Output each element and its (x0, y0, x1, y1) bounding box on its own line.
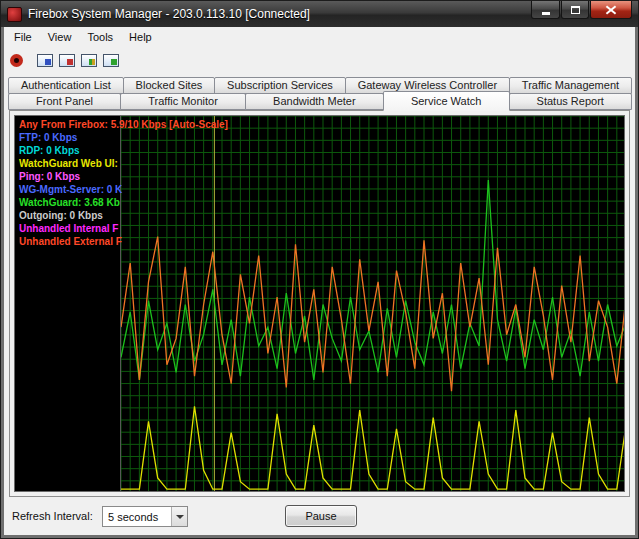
firebox-connect-button[interactable] (57, 52, 77, 69)
traffic-chart (121, 116, 625, 492)
menu-help[interactable]: Help (121, 28, 160, 46)
close-icon (606, 5, 616, 14)
client-area: File View Tools Help A (4, 27, 635, 535)
window-title: Firebox System Manager - 203.0.113.10 [C… (28, 7, 310, 21)
tab-blocked-sites[interactable]: Blocked Sites (123, 77, 215, 94)
tab-traffic-management[interactable]: Traffic Management (509, 77, 632, 94)
app-icon (7, 7, 22, 22)
stop-icon (10, 54, 23, 67)
series-line-web-ui (121, 406, 625, 489)
traffic-monitor-button[interactable] (35, 52, 55, 69)
traffic-monitor-icon (37, 54, 53, 67)
service-watch-graph: Any From Firebox: 5.9/10 Kbps [Auto-Scal… (14, 115, 625, 492)
hostwatch-button[interactable] (101, 52, 121, 69)
stop-button[interactable] (8, 52, 25, 69)
tab-service-watch[interactable]: Service Watch (383, 91, 510, 111)
maximize-button[interactable] (561, 1, 589, 19)
chart-area (121, 116, 625, 492)
minimize-button[interactable] (531, 1, 560, 19)
performance-console-icon (81, 54, 97, 67)
app-window: Firebox System Manager - 203.0.113.10 [C… (0, 0, 639, 539)
tab-bandwidth-meter[interactable]: Bandwidth Meter (245, 93, 384, 110)
close-button[interactable] (590, 1, 632, 19)
window-controls (530, 1, 632, 19)
performance-console-button[interactable] (79, 52, 99, 69)
chevron-down-icon (176, 515, 184, 519)
tab-subscription-services[interactable]: Subscription Services (214, 77, 346, 94)
tab-status-report[interactable]: Status Report (509, 93, 632, 110)
firebox-connect-icon (59, 54, 75, 67)
menu-file[interactable]: File (6, 28, 40, 46)
tab-row-primary: Front Panel Traffic Monitor Bandwidth Me… (8, 93, 631, 110)
maximize-icon (571, 6, 580, 14)
footer-bar: Refresh Interval: 5 seconds Pause (4, 499, 635, 533)
menu-view[interactable]: View (40, 28, 80, 46)
pause-button[interactable]: Pause (285, 505, 357, 527)
refresh-interval-select[interactable]: 5 seconds (102, 506, 188, 527)
refresh-interval-label: Refresh Interval: (12, 510, 93, 522)
service-watch-panel: Any From Firebox: 5.9/10 Kbps [Auto-Scal… (9, 110, 630, 497)
tab-row-secondary: Authentication List Blocked Sites Subscr… (8, 77, 631, 94)
toolbar (4, 47, 635, 73)
refresh-interval-value: 5 seconds (103, 511, 171, 523)
tab-traffic-monitor[interactable]: Traffic Monitor (120, 93, 246, 110)
minimize-icon (542, 12, 550, 15)
menu-tools[interactable]: Tools (79, 28, 121, 46)
title-bar[interactable]: Firebox System Manager - 203.0.113.10 [C… (1, 1, 638, 27)
hostwatch-icon (103, 54, 119, 67)
tab-front-panel[interactable]: Front Panel (8, 93, 121, 110)
menu-bar: File View Tools Help (4, 27, 635, 47)
tab-authentication-list[interactable]: Authentication List (8, 77, 124, 94)
series-line-watchguard (121, 180, 625, 380)
select-arrow-button[interactable] (171, 507, 187, 526)
